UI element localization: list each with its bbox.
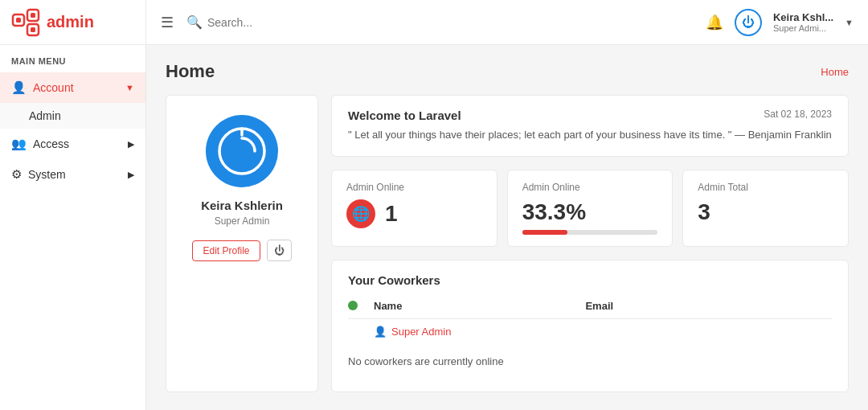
sidebar-item-account-label: Account xyxy=(33,81,74,94)
stat-online-label: Admin Online xyxy=(346,182,482,193)
welcome-header: Welcome to Laravel Sat 02 18, 2023 xyxy=(348,109,832,127)
welcome-title: Welcome to Laravel xyxy=(348,109,461,122)
no-coworkers-text: No coworkers are currently online xyxy=(348,351,504,372)
coworkers-no-online-row: No coworkers are currently online xyxy=(348,344,832,379)
avatar xyxy=(206,115,278,187)
stat-card-online: Admin Online 🌐 1 xyxy=(331,170,497,247)
bell-icon[interactable]: 🔔 xyxy=(706,14,723,31)
welcome-quote: " Let all your things have their places;… xyxy=(348,127,832,143)
main-row: Keira Kshlerin Super Admin Edit Profile … xyxy=(166,95,849,392)
sidebar-item-admin-label: Admin xyxy=(29,109,61,122)
super-admin-label: 👤 Super Admin xyxy=(374,326,579,338)
sidebar-item-access[interactable]: 👥 Access ▶ xyxy=(0,129,145,159)
svg-rect-3 xyxy=(31,13,35,18)
stat-percent-label: Admin Online xyxy=(522,182,658,193)
page-title: Home xyxy=(166,61,215,82)
welcome-date: Sat 02 18, 2023 xyxy=(764,109,832,120)
main-menu-label: Main Menu xyxy=(0,45,145,72)
svg-rect-1 xyxy=(16,18,21,23)
col-dot-header xyxy=(348,301,367,310)
stats-area: Welcome to Laravel Sat 02 18, 2023 " Let… xyxy=(331,95,849,392)
globe-icon: 🌐 xyxy=(346,199,375,228)
logo-icon xyxy=(11,8,40,37)
topbar-user-name: Keira Kshl... xyxy=(773,11,833,23)
access-icon: 👥 xyxy=(11,137,27,151)
stat-card-total: Admin Total 3 xyxy=(682,170,849,247)
search-input[interactable] xyxy=(207,16,368,29)
hamburger-icon[interactable]: ☰ xyxy=(161,14,174,31)
stat-online-value-row: 🌐 1 xyxy=(346,199,482,228)
super-admin-icon: 👤 xyxy=(374,326,387,338)
stat-card-percent: Admin Online 33.3% xyxy=(507,170,674,247)
stat-online-number: 1 xyxy=(385,201,398,227)
stats-row: Admin Online 🌐 1 Admin Online 33.3% xyxy=(331,170,849,247)
super-admin-text: Super Admin xyxy=(391,326,451,338)
col-email-header: Email xyxy=(585,300,832,312)
search-wrap: 🔍 xyxy=(186,14,696,30)
online-dot-header xyxy=(348,301,358,310)
coworkers-card: Your Coworkers Name Email 👤 xyxy=(331,260,849,392)
topbar-power-button[interactable]: ⏻ xyxy=(735,9,762,36)
search-icon: 🔍 xyxy=(186,14,203,30)
topbar-user-role: Super Admi... xyxy=(773,23,826,33)
profile-role: Super Admin xyxy=(215,215,270,227)
topbar-user: Keira Kshl... Super Admi... xyxy=(773,11,833,33)
sidebar-logo: admin xyxy=(0,0,145,45)
coworkers-table-header: Name Email xyxy=(348,297,832,319)
profile-card: Keira Kshlerin Super Admin Edit Profile … xyxy=(166,95,318,392)
stat-total-number: 3 xyxy=(698,199,833,225)
profile-name: Keira Kshlerin xyxy=(201,199,283,212)
stat-total-label: Admin Total xyxy=(698,182,833,193)
avatar-icon xyxy=(218,127,266,175)
main-area: ☰ 🔍 🔔 ⏻ Keira Kshl... Super Admi... ▼ Ho… xyxy=(146,0,868,410)
logo-text: admin xyxy=(47,13,94,31)
access-chevron: ▶ xyxy=(128,139,134,150)
edit-profile-button[interactable]: Edit Profile xyxy=(192,240,260,261)
page-header: Home Home xyxy=(166,61,849,82)
sidebar-item-account[interactable]: 👤 Account ▼ xyxy=(0,72,145,103)
system-chevron: ▶ xyxy=(128,170,134,180)
sidebar: admin Main Menu 👤 Account ▼ Admin 👥 Acce… xyxy=(0,0,146,410)
profile-actions: Edit Profile ⏻ xyxy=(192,240,291,261)
profile-power-button[interactable]: ⏻ xyxy=(267,240,292,261)
coworkers-title: Your Coworkers xyxy=(348,273,832,287)
content-area: Home Home Keira Kshlerin Super Admin Edi… xyxy=(146,45,868,410)
stat-percent-value: 33.3% xyxy=(522,199,658,225)
sidebar-item-system[interactable]: ⚙ System ▶ xyxy=(0,159,145,190)
svg-rect-5 xyxy=(31,27,35,32)
account-icon: 👤 xyxy=(11,80,27,95)
welcome-card: Welcome to Laravel Sat 02 18, 2023 " Let… xyxy=(331,95,849,157)
topbar-right: 🔔 ⏻ Keira Kshl... Super Admi... ▼ xyxy=(706,9,854,36)
coworkers-super-admin-row: 👤 Super Admin xyxy=(348,319,832,344)
user-caret-icon[interactable]: ▼ xyxy=(845,18,854,27)
system-icon: ⚙ xyxy=(11,167,22,182)
col-name-header: Name xyxy=(374,300,579,312)
account-chevron: ▼ xyxy=(125,83,134,92)
sidebar-item-access-label: Access xyxy=(33,137,69,150)
progress-bar-bg xyxy=(522,230,658,235)
sidebar-item-admin[interactable]: Admin xyxy=(0,103,145,129)
sidebar-item-system-label: System xyxy=(28,168,66,181)
progress-bar-fill xyxy=(522,230,567,235)
topbar: ☰ 🔍 🔔 ⏻ Keira Kshl... Super Admi... ▼ xyxy=(146,0,868,45)
breadcrumb-link[interactable]: Home xyxy=(821,66,849,78)
